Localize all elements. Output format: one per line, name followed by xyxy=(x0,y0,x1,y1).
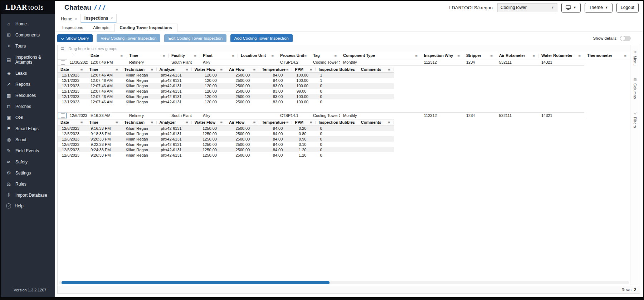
column-menu-icon[interactable]: ≡ xyxy=(310,67,312,72)
column-header-water-flow[interactable]: Water Flow≡ xyxy=(192,119,226,126)
column-menu-icon[interactable]: ≡ xyxy=(352,67,354,72)
column-header-ppm[interactable]: PPM≡ xyxy=(292,119,316,126)
detail-row[interactable]: 12/1/202312:07:46 AMKilian Reganphx42-61… xyxy=(58,89,394,94)
column-header-inspection-why[interactable]: Inspection Why≡ xyxy=(421,52,463,59)
column-menu-icon[interactable]: ≡ xyxy=(220,67,223,72)
column-header-component-type[interactable]: Component Type≡ xyxy=(340,52,421,59)
subtab-cooling-tower-inspections[interactable]: Cooling Tower Inspections xyxy=(114,24,177,32)
sidebar-item-help[interactable]: ?Help xyxy=(1,201,55,211)
column-menu-icon[interactable]: ≡ xyxy=(151,67,153,72)
sidebar-item-resources[interactable]: ▦Resources xyxy=(1,90,55,101)
column-menu-icon[interactable]: ≡ xyxy=(121,53,123,58)
column-header-time[interactable]: Time≡ xyxy=(86,66,121,73)
column-header-technician[interactable]: Technician≡ xyxy=(121,66,156,73)
column-header-time[interactable]: Time≡ xyxy=(126,52,169,59)
column-header-comments[interactable]: Comments≡ xyxy=(358,119,394,126)
horizontal-scrollbar-track[interactable] xyxy=(59,281,629,284)
display-mode-button[interactable]: ▼ xyxy=(561,3,581,13)
detail-row[interactable]: 12/6/20239:18:33 PMKilian Reganphx42-613… xyxy=(58,131,394,136)
row-checkbox[interactable] xyxy=(61,113,65,118)
column-header-air-flow[interactable]: Air Flow≡ xyxy=(226,66,259,73)
show-details-toggle[interactable] xyxy=(620,36,631,41)
column-header-analyzer[interactable]: Analyzer≡ xyxy=(157,66,192,73)
close-icon[interactable]: × xyxy=(75,17,77,21)
detail-row[interactable]: 12/6/20239:26:33 PMKilian Reganphx42-613… xyxy=(58,152,394,158)
column-menu-icon[interactable]: ≡ xyxy=(272,53,274,58)
column-menu-icon[interactable]: ≡ xyxy=(491,53,493,58)
column-header-process-unit[interactable]: Process Unit≡ xyxy=(277,52,310,59)
column-menu-icon[interactable]: ≡ xyxy=(335,53,337,58)
sidebar-item-settings[interactable]: ⚙Settings xyxy=(1,167,55,178)
row-checkbox[interactable] xyxy=(61,60,65,65)
column-header-air-flow[interactable]: Air Flow≡ xyxy=(226,119,259,126)
sidebar-item-leaks[interactable]: ◈Leaks xyxy=(1,68,55,79)
logout-button[interactable]: Logout xyxy=(616,3,639,13)
column-header-inspection-bubbles[interactable]: Inspection Bubbles≡ xyxy=(316,66,358,73)
detail-row[interactable]: 12/1/202312:07:46 AMKilian Reganphx42-61… xyxy=(58,73,394,78)
column-header-thermometer[interactable]: Thermometer≡ xyxy=(584,52,630,59)
sidebar-item-components[interactable]: ⊞Components xyxy=(1,29,55,40)
column-header-location-unit[interactable]: Location Unit≡ xyxy=(238,52,277,59)
column-header-date[interactable]: Date≡ xyxy=(58,119,86,126)
subtab-attempts[interactable]: Attempts xyxy=(88,24,114,31)
column-menu-icon[interactable]: ≡ xyxy=(310,120,312,124)
column-menu-icon[interactable]: ≡ xyxy=(116,120,118,124)
detail-row[interactable]: 12/1/202312:07:46 AMKilian Reganphx42-61… xyxy=(58,94,394,99)
column-menu-icon[interactable]: ≡ xyxy=(253,67,255,72)
sidebar-item-home[interactable]: ⌂Home xyxy=(1,18,55,29)
detail-row[interactable]: 12/6/20239:16:33 PMKilian Reganphx42-613… xyxy=(58,126,394,131)
panel-tab-filters[interactable]: ▽Filters xyxy=(633,111,637,128)
view-cooling-tower-inspection-button[interactable]: View Cooling Tower Inspection xyxy=(97,34,160,42)
column-header-date[interactable]: Date≡ xyxy=(58,66,86,73)
column-menu-icon[interactable]: ≡ xyxy=(194,53,196,58)
sidebar-item-porches[interactable]: ⊓Porches xyxy=(1,101,55,112)
sidebar-item-ogi[interactable]: ▣OGI xyxy=(1,112,55,123)
detail-row[interactable]: 12/6/20239:24:33 PMKilian Reganphx42-613… xyxy=(58,147,394,152)
column-menu-icon[interactable]: ≡ xyxy=(352,120,354,124)
column-header-ppm[interactable]: PPM≡ xyxy=(292,66,316,73)
tab-home[interactable]: Home × xyxy=(57,15,80,23)
sidebar-item-rules[interactable]: ⚖Rules xyxy=(1,178,55,190)
column-menu-icon[interactable]: ≡ xyxy=(186,120,188,124)
column-menu-icon[interactable]: ≡ xyxy=(579,53,581,58)
column-menu-icon[interactable]: ≡ xyxy=(388,67,390,72)
close-icon[interactable]: × xyxy=(111,16,113,20)
sidebar-item-scout[interactable]: ◎Scout xyxy=(1,134,55,145)
column-menu-icon[interactable]: ≡ xyxy=(624,53,626,58)
sidebar-item-reports[interactable]: ↗Reports xyxy=(1,79,55,90)
column-header-air-rotameter[interactable]: Air Rotameter≡ xyxy=(496,52,538,59)
group-row[interactable]: 11/30/202312:07:46 PMRefinerySouth Plant… xyxy=(58,59,630,66)
column-header-inspection-bubbles[interactable]: Inspection Bubbles≡ xyxy=(316,119,358,126)
column-header-facility[interactable]: Facility≡ xyxy=(169,52,200,59)
edit-cooling-tower-inspection-button[interactable]: Edit Cooling Tower Inspection xyxy=(164,34,226,42)
detail-row[interactable]: 12/1/202312:07:46 AMKilian Reganphx42-61… xyxy=(58,78,394,83)
column-header-temperature[interactable]: Temperature≡ xyxy=(259,119,292,126)
panel-tab-menu[interactable]: ≣Menu xyxy=(633,51,637,65)
sidebar-item-import-database[interactable]: ⇩Import Database xyxy=(1,190,55,201)
column-header-tag[interactable]: Tag≡ xyxy=(310,52,340,59)
panel-tab-columns[interactable]: ▥Columns xyxy=(633,78,637,99)
show-query-button[interactable]: Show Query xyxy=(57,34,93,42)
sidebar-item-field-events[interactable]: ✎Field Events xyxy=(1,145,55,156)
column-menu-icon[interactable]: ≡ xyxy=(388,120,390,124)
column-menu-icon[interactable]: ≡ xyxy=(286,120,288,124)
column-header-plant[interactable]: Plant≡ xyxy=(200,52,238,59)
column-menu-icon[interactable]: ≡ xyxy=(151,120,153,124)
column-header-comments[interactable]: Comments≡ xyxy=(358,66,394,73)
add-cooling-tower-inspection-button[interactable]: Add Cooling Tower Inspection xyxy=(230,34,293,42)
column-menu-icon[interactable]: ≡ xyxy=(232,53,234,58)
column-menu-icon[interactable]: ≡ xyxy=(80,120,83,124)
column-header-temperature[interactable]: Temperature≡ xyxy=(259,66,292,73)
column-menu-icon[interactable]: ≡ xyxy=(80,67,83,72)
detail-row[interactable]: 12/6/20239:22:33 PMKilian Reganphx42-613… xyxy=(58,142,394,147)
column-menu-icon[interactable]: ≡ xyxy=(415,53,418,58)
column-header-date[interactable]: Date≡ xyxy=(88,52,126,59)
tab-inspections[interactable]: Inspections × xyxy=(80,14,117,23)
column-header-technician[interactable]: Technician≡ xyxy=(121,119,156,126)
column-menu-icon[interactable]: ≡ xyxy=(163,53,165,58)
column-menu-icon[interactable]: ≡ xyxy=(116,67,118,72)
row-group-panel[interactable]: ≣ Drag here to set row groups xyxy=(58,45,630,52)
select-all-checkbox[interactable] xyxy=(72,53,76,57)
column-menu-icon[interactable]: ≡ xyxy=(286,67,288,72)
detail-row[interactable]: 12/1/202312:07:46 AMKilian Reganphx42-61… xyxy=(58,83,394,89)
